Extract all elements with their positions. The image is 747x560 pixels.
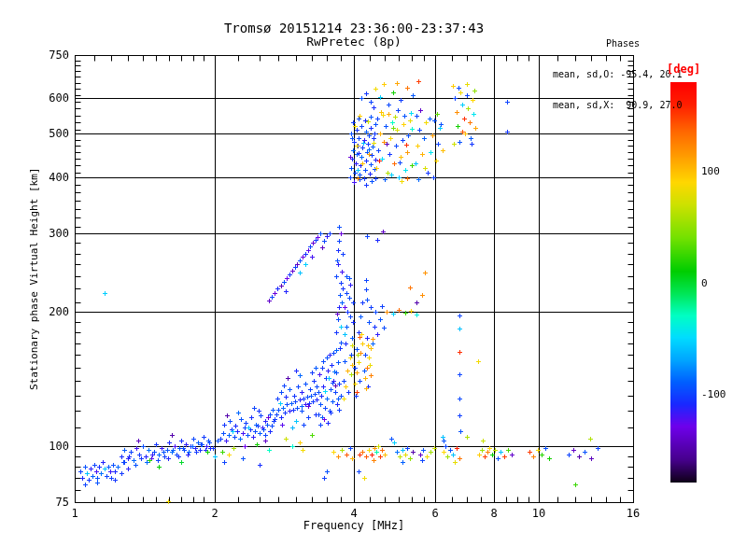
y-tick-label: 75	[28, 497, 69, 508]
y-tick-label: 200	[28, 306, 69, 317]
y-tick-label: 500	[28, 128, 69, 139]
y-axis-label: Stationary phase Virtual Height [km]	[28, 56, 40, 502]
ionogram-figure: Tromsø 20151214 23:36:00-23:37:43 RwPret…	[0, 0, 747, 560]
y-tick-label: 300	[28, 228, 69, 239]
y-tick-label: 100	[28, 441, 69, 452]
y-tick-label: 400	[28, 172, 69, 183]
colorbar-unit-label: [deg]	[667, 63, 700, 76]
x-tick-label: 2	[196, 508, 233, 519]
y-tick-label: 750	[28, 49, 69, 61]
colorbar-tick-label: 100	[701, 166, 742, 176]
colorbar-tick-label: 0	[701, 278, 742, 288]
y-tick-label: 600	[28, 92, 69, 104]
x-tick-label: 16	[614, 508, 652, 519]
phase-stats-header: Phases	[553, 38, 693, 49]
x-tick-label: 10	[520, 508, 557, 519]
plot-subtitle: RwPretec (8p)	[75, 35, 633, 49]
x-tick-label: 6	[416, 508, 454, 519]
x-tick-label: 4	[335, 508, 373, 519]
x-tick-label: 1	[56, 508, 93, 519]
colorbar	[670, 82, 697, 483]
x-tick-label: 8	[475, 508, 513, 519]
x-axis-label: Frequency [MHz]	[75, 519, 633, 532]
colorbar-tick-label: -100	[701, 389, 742, 399]
phase-stats-x-mode: mean, sd,X: 90.9, 27.0	[553, 100, 702, 110]
plot-title: Tromsø 20151214 23:36:00-23:37:43	[75, 21, 633, 35]
